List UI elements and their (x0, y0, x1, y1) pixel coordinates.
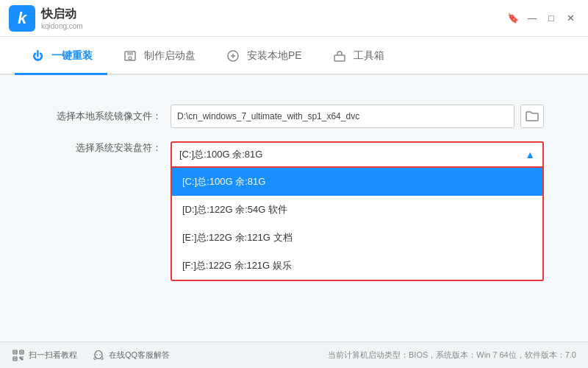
disk-option-c[interactable]: [C:]总:100G 余:81G (172, 168, 542, 196)
svg-point-12 (96, 354, 98, 355)
tab-make-disk[interactable]: 制作启动盘 (107, 38, 210, 75)
svg-rect-9 (21, 351, 23, 353)
file-label: 选择本地系统镜像文件： (44, 110, 162, 123)
qq-label: 在线QQ客服解答 (109, 350, 170, 361)
file-input-wrap: D:\cn_windows_7_ultimate_with_sp1_x64_dv… (171, 105, 544, 128)
tab-install-pe[interactable]: 安装本地PE (210, 38, 317, 75)
tab-bar: ⏻ 一键重装 制作启动盘 安装本地PE 工具箱 (0, 37, 588, 75)
title-text: 快启动 kqidong.com (41, 7, 83, 30)
bookmark-icon[interactable]: 🔖 (504, 11, 522, 26)
qq-service[interactable]: 在线QQ客服解答 (92, 349, 170, 362)
tab-toolbox-icon (331, 48, 348, 64)
title-bar-left: k 快启动 kqidong.com (9, 5, 83, 32)
disk-option-e[interactable]: [E:]总:122G 余:121G 文档 (172, 224, 542, 252)
svg-rect-10 (15, 358, 16, 359)
tab-toolbox[interactable]: 工具箱 (317, 38, 399, 75)
scan-tutorial[interactable]: 扫一扫看教程 (12, 349, 77, 362)
svg-point-11 (95, 350, 102, 358)
maximize-button[interactable]: □ (542, 11, 560, 26)
disk-dropdown-list: [C:]总:100G 余:81G [D:]总:122G 余:54G 软件 [E:… (171, 168, 544, 281)
status-text: 当前计算机启动类型：BIOS，系统版本：Win 7 64位，软件版本：7.0 (328, 350, 576, 361)
app-name: 快启动 (41, 7, 83, 22)
main-content: 选择本地系统镜像文件： D:\cn_windows_7_ultimate_wit… (0, 75, 588, 362)
scan-icon (12, 349, 25, 362)
window-controls: 🔖 — □ ✕ (504, 11, 579, 26)
tab-reinstall-icon: ⏻ (29, 48, 46, 64)
disk-option-f[interactable]: [F:]总:122G 余:121G 娱乐 (172, 252, 542, 280)
app-logo: k (9, 5, 35, 32)
svg-point-2 (129, 57, 132, 60)
qq-icon (92, 349, 105, 362)
dropdown-arrow-icon: ▲ (525, 149, 535, 160)
tab-install-pe-icon (225, 48, 241, 64)
disk-option-d[interactable]: [D:]总:122G 余:54G 软件 (172, 196, 542, 224)
svg-rect-1 (127, 52, 133, 55)
title-bar-controls: 🔖 — □ ✕ (504, 11, 579, 26)
file-selection-row: 选择本地系统镜像文件： D:\cn_windows_7_ultimate_wit… (44, 105, 544, 128)
tab-reinstall[interactable]: ⏻ 一键重装 (15, 38, 107, 75)
file-input[interactable]: D:\cn_windows_7_ultimate_with_sp1_x64_dv… (171, 105, 514, 128)
title-bar: k 快启动 kqidong.com 🔖 — □ ✕ (0, 0, 588, 37)
scan-label: 扫一扫看教程 (29, 350, 77, 361)
tab-reinstall-label: 一键重装 (51, 49, 93, 63)
svg-rect-4 (334, 55, 345, 61)
svg-rect-8 (15, 351, 16, 353)
disk-dropdown: [C:]总:100G 余:81G ▲ [C:]总:100G 余:81G [D:]… (171, 141, 544, 281)
minimize-button[interactable]: — (523, 11, 541, 26)
disk-label: 选择系统安装盘符： (44, 141, 162, 155)
folder-browse-button[interactable] (520, 105, 544, 128)
app-domain: kqidong.com (41, 22, 83, 30)
tab-make-disk-icon (122, 48, 138, 64)
disk-dropdown-header[interactable]: [C:]总:100G 余:81G ▲ (171, 141, 544, 168)
close-button[interactable]: ✕ (562, 11, 579, 26)
tab-install-pe-label: 安装本地PE (247, 49, 302, 63)
disk-selected-value: [C:]总:100G 余:81G (179, 148, 262, 161)
tab-make-disk-label: 制作启动盘 (144, 49, 196, 63)
footer-left: 扫一扫看教程 在线QQ客服解答 (12, 349, 170, 362)
footer: 扫一扫看教程 在线QQ客服解答 当前计算机启动类型：BIOS，系统版本：Win … (0, 342, 588, 368)
tab-toolbox-label: 工具箱 (354, 49, 384, 63)
svg-point-13 (99, 354, 101, 355)
disk-selection-row: 选择系统安装盘符： [C:]总:100G 余:81G ▲ [C:]总:100G … (44, 141, 544, 281)
